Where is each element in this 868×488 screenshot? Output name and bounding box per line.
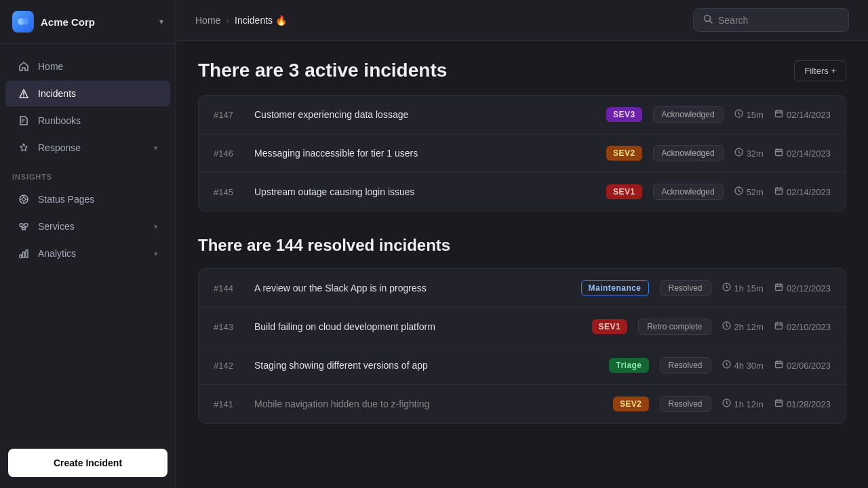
svg-point-4	[23, 96, 24, 97]
incident-id: #143	[214, 322, 243, 332]
incident-meta: 4h 30m 02/06/2023	[722, 360, 831, 371]
svg-rect-54	[775, 323, 782, 329]
runbooks-icon	[18, 115, 30, 127]
incident-id: #144	[214, 283, 243, 293]
search-bar[interactable]: Search	[693, 8, 849, 32]
sidebar-item-incidents[interactable]: Incidents	[5, 81, 170, 106]
incident-duration: 15m	[734, 109, 764, 120]
incident-meta: 52m 02/14/2023	[734, 186, 831, 197]
sidebar-item-analytics-label: Analytics	[38, 248, 146, 259]
active-incidents-title: There are 3 active incidents	[198, 60, 447, 81]
response-icon	[18, 142, 30, 154]
incident-duration: 4h 30m	[722, 360, 764, 371]
services-icon	[18, 220, 30, 232]
svg-line-46	[726, 287, 728, 288]
sidebar-item-home-label: Home	[38, 61, 158, 72]
svg-rect-61	[775, 362, 782, 368]
svg-rect-19	[23, 252, 25, 258]
incident-date: 02/10/2023	[774, 321, 831, 332]
main-content: Home › Incidents 🔥 Search There are 3 ac…	[176, 0, 868, 488]
incident-id: #146	[214, 148, 243, 159]
incident-date: 02/14/2023	[774, 109, 831, 120]
status-badge: Resolved	[660, 357, 711, 373]
svg-line-60	[726, 365, 728, 365]
svg-rect-18	[20, 255, 22, 258]
calendar-icon	[774, 109, 783, 120]
sidebar-item-response-label: Response	[38, 142, 146, 153]
incident-title: Mobile navigation hidden due to z-fighti…	[254, 399, 602, 409]
incident-title: Build failing on cloud development platf…	[254, 321, 581, 332]
home-icon	[18, 60, 30, 73]
status-badge: Retro complete	[638, 319, 711, 335]
table-row[interactable]: #147 Customer experiencing data lossage …	[199, 96, 846, 134]
incident-meta: 1h 15m 02/12/2023	[722, 283, 831, 293]
table-row[interactable]: #146 Messaging inaccessible for tier 1 u…	[199, 134, 846, 173]
incident-title: Messaging inaccessible for tier 1 users	[254, 148, 595, 159]
status-badge: Acknowledged	[653, 145, 724, 161]
active-incidents-header: There are 3 active incidents Filters +	[198, 60, 846, 81]
sev-badge: SEV2	[613, 396, 649, 411]
incident-duration: 1h 15m	[722, 283, 764, 293]
company-header[interactable]: Acme Corp ▾	[0, 0, 176, 44]
svg-rect-11	[20, 224, 23, 226]
services-chevron-icon: ▾	[154, 222, 158, 231]
incident-id: #145	[214, 187, 243, 197]
sidebar-item-analytics[interactable]: Analytics ▾	[5, 241, 170, 266]
breadcrumb-home[interactable]: Home	[195, 15, 220, 26]
sev-badge: Maintenance	[581, 280, 649, 296]
svg-line-67	[726, 403, 728, 404]
svg-rect-20	[26, 250, 28, 258]
chevron-down-icon: ▾	[159, 17, 163, 26]
incident-id: #141	[214, 399, 243, 409]
svg-rect-12	[24, 224, 28, 226]
status-badge: Acknowledged	[653, 184, 724, 200]
sidebar-item-home[interactable]: Home	[5, 54, 170, 79]
topbar: Home › Incidents 🔥 Search	[176, 0, 868, 41]
incident-date: 02/12/2023	[774, 283, 831, 293]
incident-title: A review our the Slack App is in progres…	[254, 283, 570, 293]
sidebar-item-response[interactable]: Response ▾	[5, 135, 170, 161]
svg-rect-68	[775, 401, 782, 407]
search-placeholder: Search	[718, 15, 748, 26]
sev-badge: SEV1	[606, 184, 642, 199]
incident-meta: 32m 02/14/2023	[734, 148, 831, 159]
sidebar-item-services[interactable]: Services ▾	[5, 214, 170, 239]
incident-title: Staging showing different versions of ap…	[254, 360, 598, 371]
status-badge: Acknowledged	[653, 106, 724, 123]
incident-meta: 2h 12m 02/10/2023	[722, 321, 831, 332]
clock-icon	[722, 283, 731, 293]
sev-badge: Triage	[609, 358, 648, 373]
svg-line-39	[738, 191, 740, 192]
clock-icon	[722, 321, 731, 332]
incident-id: #147	[214, 110, 243, 120]
svg-rect-26	[775, 111, 782, 117]
sidebar-item-incidents-label: Incidents	[38, 88, 158, 99]
fire-icon: 🔥	[275, 15, 287, 26]
incident-title: Customer experiencing data lossage	[254, 109, 595, 120]
svg-line-25	[738, 114, 740, 115]
incident-duration: 1h 12m	[722, 399, 764, 409]
sidebar-item-status-pages[interactable]: Status Pages	[5, 186, 170, 212]
incident-date: 02/14/2023	[774, 148, 831, 159]
resolved-incidents-title: There are 144 resolved incidents	[198, 236, 846, 255]
filters-button[interactable]: Filters +	[794, 60, 846, 81]
table-row[interactable]: #143 Build failing on cloud development …	[199, 308, 846, 346]
sidebar-item-runbooks[interactable]: Runbooks	[5, 108, 170, 134]
table-row[interactable]: #145 Upstream outage causing login issue…	[199, 173, 846, 211]
svg-rect-33	[775, 150, 782, 156]
calendar-icon	[774, 186, 783, 197]
table-row[interactable]: #144 A review our the Slack App is in pr…	[199, 269, 846, 308]
table-row[interactable]: #142 Staging showing different versions …	[199, 346, 846, 385]
svg-rect-40	[775, 188, 782, 195]
resolved-incidents-table: #144 A review our the Slack App is in pr…	[198, 268, 846, 424]
status-badge: Resolved	[660, 396, 711, 412]
svg-line-53	[726, 326, 728, 327]
clock-icon	[722, 399, 731, 409]
analytics-chevron-icon: ▾	[154, 249, 158, 258]
incident-duration: 32m	[734, 148, 764, 159]
svg-point-1	[22, 18, 28, 25]
create-incident-button[interactable]: Create Incident	[8, 449, 167, 477]
calendar-icon	[774, 148, 783, 159]
table-row[interactable]: #141 Mobile navigation hidden due to z-f…	[199, 385, 846, 423]
content-area: There are 3 active incidents Filters + #…	[176, 41, 868, 488]
